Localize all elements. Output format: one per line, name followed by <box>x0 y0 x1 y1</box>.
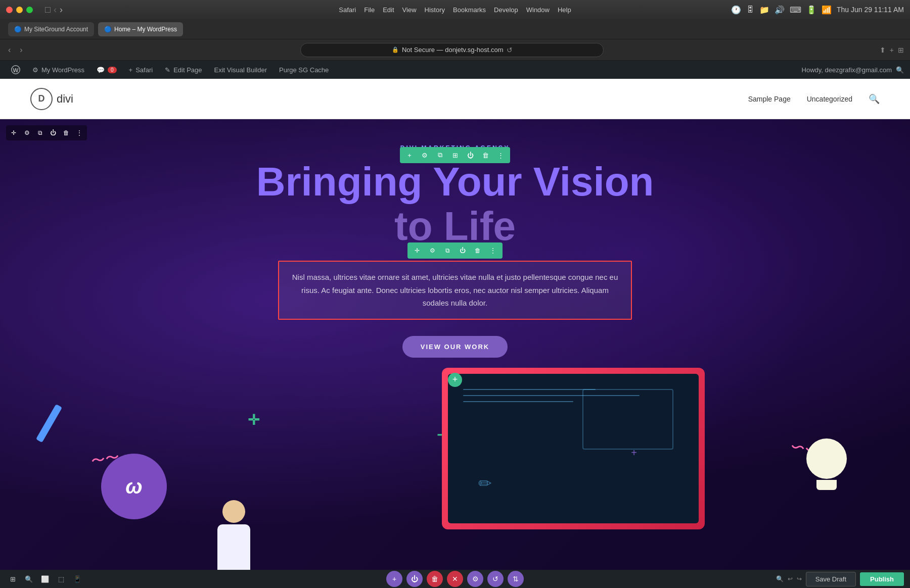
save-draft-button[interactable]: Save Draft <box>806 572 856 586</box>
deco-lightbulb <box>804 438 849 494</box>
text-trash-btn[interactable]: 🗑 <box>472 245 483 256</box>
menu-history[interactable]: History <box>425 6 445 14</box>
traffic-lights <box>6 7 33 13</box>
pen-icon: ✏ <box>478 474 492 493</box>
back-button[interactable]: ‹ <box>6 43 13 57</box>
address-bar: ‹ › 🔒 Not Secure — donjetv.sg-host.com ↺… <box>0 39 910 61</box>
url-input[interactable]: 🔒 Not Secure — donjetv.sg-host.com ↺ <box>300 43 604 57</box>
wp-logo-icon: W <box>11 65 20 74</box>
publish-button[interactable]: Publish <box>860 572 904 586</box>
floating-add-btn[interactable]: + <box>386 571 402 587</box>
row-trash-btn[interactable]: 🗑 <box>61 127 72 138</box>
wp-exit-vb[interactable]: Exit Visual Builder <box>209 61 272 79</box>
tab-siteground[interactable]: 🔵 My SiteGround Account <box>8 22 94 36</box>
row-controls: ✛ ⚙ ⧉ ⏻ 🗑 ⋮ <box>6 125 87 140</box>
menu-safari[interactable]: Safari <box>339 6 356 14</box>
mobile-btn[interactable]: 📱 <box>71 572 84 585</box>
row-settings-btn[interactable]: ⚙ <box>21 127 32 138</box>
lightbulb-circle <box>806 438 847 479</box>
refresh-icon[interactable]: ↺ <box>507 46 513 54</box>
menu-help[interactable]: Help <box>558 6 571 14</box>
section-add-plus-btn[interactable]: + <box>448 373 462 387</box>
row-toggle-btn[interactable]: ⏻ <box>48 127 59 138</box>
sketch-box <box>582 389 673 450</box>
layers-btn[interactable]: ⊞ <box>6 572 19 585</box>
wireframe-btn[interactable]: ⬚ <box>55 572 68 585</box>
section-more-btn[interactable]: ⋮ <box>495 150 506 161</box>
section-toggle-btn[interactable]: ⏻ <box>465 150 476 161</box>
tab-favicon-wp: 🔵 <box>104 26 111 33</box>
wp-comments[interactable]: 💬 0 <box>92 61 122 79</box>
text-module[interactable]: ✛ ⚙ ⧉ ⏻ 🗑 ⋮ Nisl massa, ultrices vitae o… <box>278 261 632 320</box>
tab-wordpress[interactable]: 🔵 Home – My WordPress <box>98 22 183 36</box>
cta-button[interactable]: VIEW OUR WORK <box>402 336 508 358</box>
logo-letter: D <box>38 93 45 104</box>
close-button[interactable] <box>6 7 13 13</box>
deco-laptop-content <box>463 389 684 407</box>
section-trash-btn[interactable]: 🗑 <box>480 150 491 161</box>
nav-sample-page[interactable]: Sample Page <box>748 95 791 103</box>
wp-logo-item[interactable]: W <box>6 61 25 79</box>
deco-person <box>217 500 250 570</box>
hero-title: Bringing Your Vision to Life <box>0 160 910 249</box>
section-add-btn[interactable]: + <box>404 150 415 161</box>
menu-develop[interactable]: Develop <box>494 6 518 14</box>
wp-admin-right: Howdy, deezgrafix@gmail.com 🔍 <box>802 66 904 74</box>
wp-new[interactable]: + Safari <box>124 61 158 79</box>
howdy-text: Howdy, deezgrafix@gmail.com <box>802 66 892 74</box>
nav-uncategorized[interactable]: Uncategorized <box>807 95 852 103</box>
floating-toggle-btn[interactable]: ⏻ <box>406 571 423 587</box>
row-duplicate-btn[interactable]: ⧉ <box>34 127 46 138</box>
text-settings-btn[interactable]: ⚙ <box>427 245 438 256</box>
deco-plus-1: ✛ <box>248 412 259 428</box>
edit-icon: ✎ <box>165 66 170 74</box>
search-icon-right[interactable]: 🔍 <box>776 575 784 582</box>
deco-laptop-screen: ✏ <box>448 374 699 523</box>
text-move-btn[interactable]: ✛ <box>412 245 423 256</box>
text-toggle-btn[interactable]: ⏻ <box>457 245 468 256</box>
share-icon[interactable]: ⬆ <box>880 46 886 54</box>
text-more-btn[interactable]: ⋮ <box>487 245 498 256</box>
divi-bottom-toolbar: ⊞ 🔍 ⬜ ⬚ 📱 + ⏻ 🗑 ✕ ⚙ ↺ ⇅ 🔍 ↩ ↪ Save Draft… <box>0 570 910 588</box>
mac-os-bar: □ ‹ › Safari File Edit View History Book… <box>0 0 910 19</box>
site-search-icon[interactable]: 🔍 <box>869 93 880 105</box>
redo-icon[interactable]: ↪ <box>797 575 802 582</box>
menu-edit[interactable]: Edit <box>383 6 394 14</box>
admin-search-icon[interactable]: 🔍 <box>896 66 904 74</box>
wp-purge-cache[interactable]: Purge SG Cache <box>274 61 334 79</box>
text-duplicate-btn[interactable]: ⧉ <box>442 245 453 256</box>
floating-trash-btn[interactable]: 🗑 <box>427 571 443 587</box>
menu-file[interactable]: File <box>364 6 375 14</box>
responsive-btn[interactable]: ⬜ <box>38 572 52 585</box>
floating-close-btn[interactable]: ✕ <box>447 571 463 587</box>
section-duplicate-btn[interactable]: ⧉ <box>434 150 445 161</box>
row-more-btn[interactable]: ⋮ <box>74 127 85 138</box>
wp-site-label: My WordPress <box>41 66 84 74</box>
maximize-button[interactable] <box>26 7 33 13</box>
floating-history-btn[interactable]: ↺ <box>487 571 504 587</box>
forward-button[interactable]: › <box>18 43 24 57</box>
sidebar-icon[interactable]: ⊞ <box>898 46 904 54</box>
exit-vb-label: Exit Visual Builder <box>214 66 267 74</box>
undo-icon[interactable]: ↩ <box>788 575 793 582</box>
section-settings-btn[interactable]: ⚙ <box>419 150 430 161</box>
new-icon: + <box>129 66 133 74</box>
menu-window[interactable]: Window <box>526 6 550 14</box>
wp-my-wordpress[interactable]: ⚙ My WordPress <box>27 61 89 79</box>
svg-text:W: W <box>13 67 18 73</box>
section-grid-btn[interactable]: ⊞ <box>449 150 461 161</box>
floating-sort-btn[interactable]: ⇅ <box>508 571 524 587</box>
hero-cta: VIEW OUR WORK <box>0 336 910 358</box>
new-tab-icon[interactable]: + <box>890 46 894 54</box>
minimize-button[interactable] <box>16 7 23 13</box>
wp-edit-page[interactable]: ✎ Edit Page <box>160 61 207 79</box>
site-logo: D divi <box>30 88 73 110</box>
menu-view[interactable]: View <box>402 6 417 14</box>
divi-floating-actions: + ⏻ 🗑 ✕ ⚙ ↺ ⇅ <box>386 571 524 587</box>
floating-settings-btn[interactable]: ⚙ <box>467 571 483 587</box>
comment-count-badge: 0 <box>108 67 117 73</box>
search-btn[interactable]: 🔍 <box>22 572 35 585</box>
mac-menu-bar: Safari File Edit View History Bookmarks … <box>339 6 571 14</box>
row-move-btn[interactable]: ✛ <box>8 127 19 138</box>
menu-bookmarks[interactable]: Bookmarks <box>453 6 486 14</box>
